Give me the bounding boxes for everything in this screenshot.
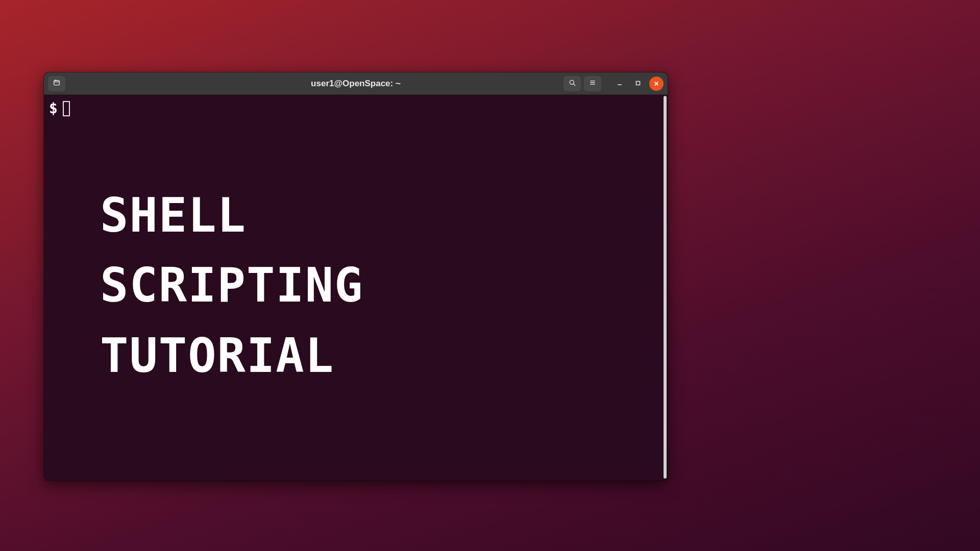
scrollbar-thumb[interactable] <box>664 96 667 479</box>
maximize-icon <box>635 79 641 88</box>
svg-rect-7 <box>636 81 640 85</box>
minimize-icon <box>617 79 623 88</box>
hamburger-menu-button[interactable] <box>584 76 601 91</box>
banner-line-2: SCRIPTING <box>100 252 364 319</box>
search-button[interactable] <box>564 76 581 91</box>
terminal-body[interactable]: $ SHELL SCRIPTING TUTORIAL <box>44 95 668 481</box>
shell-prompt: $ <box>49 100 58 117</box>
titlebar-right-group <box>564 76 664 91</box>
banner-text: SHELL SCRIPTING TUTORIAL <box>100 182 364 392</box>
svg-rect-0 <box>54 81 60 85</box>
hamburger-icon <box>589 79 597 89</box>
svg-line-2 <box>574 84 575 85</box>
search-icon <box>568 79 576 89</box>
close-icon <box>654 79 659 88</box>
banner-line-1: SHELL <box>100 182 364 249</box>
svg-point-1 <box>570 80 574 84</box>
new-tab-icon <box>53 79 61 89</box>
banner-line-3: TUTORIAL <box>100 322 364 390</box>
minimize-button[interactable] <box>612 77 627 91</box>
new-tab-button[interactable] <box>48 76 65 91</box>
text-cursor <box>63 101 70 116</box>
maximize-button[interactable] <box>631 77 645 91</box>
prompt-row: $ <box>44 95 668 117</box>
scrollbar-track[interactable] <box>664 96 667 479</box>
titlebar[interactable]: user1@OpenSpace: ~ <box>44 72 668 95</box>
terminal-window: user1@OpenSpace: ~ <box>44 72 668 481</box>
close-button[interactable] <box>649 77 664 91</box>
